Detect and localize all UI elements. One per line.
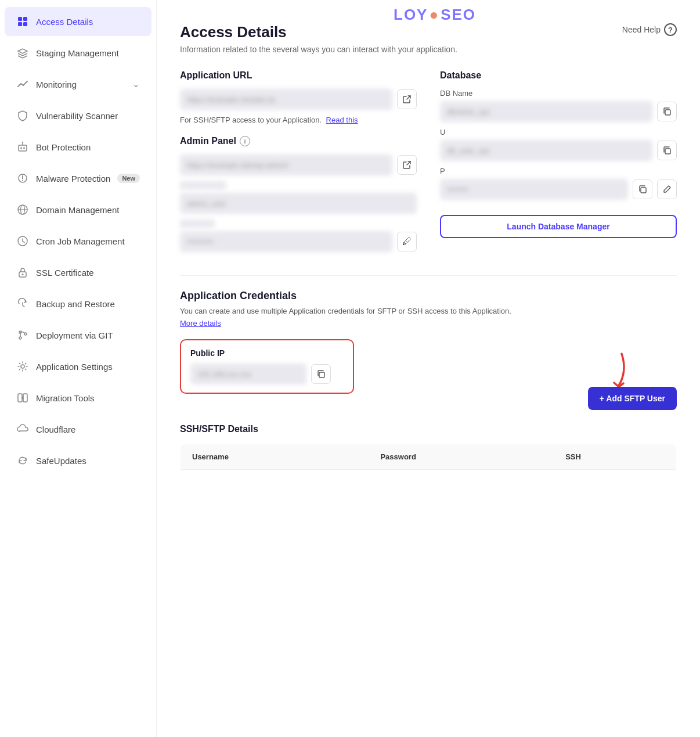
db-name-field-row: dbname_xyz: [440, 101, 677, 122]
db-password-edit-button[interactable]: [657, 179, 677, 199]
db-name-copy-button[interactable]: [657, 102, 677, 121]
svg-rect-22: [23, 394, 27, 402]
page-subtitle: Information related to the several ways …: [180, 45, 457, 54]
sftp-empty-username: [181, 470, 369, 495]
add-sftp-area: + Add SFTP User: [588, 339, 677, 410]
admin-panel-section: Admin Panel i https://example.site/wp-ad…: [180, 136, 417, 252]
admin-panel-title: Admin Panel i: [180, 136, 417, 146]
admin-url-external-link-button[interactable]: [397, 155, 417, 175]
sidebar-item-domain-management[interactable]: Domain Management: [5, 195, 151, 224]
red-arrow-indicator: [601, 351, 630, 391]
credentials-row: Public IP 192.168.xxx.xxx: [180, 339, 677, 410]
sidebar-item-safeupdates[interactable]: SafeUpdates: [5, 446, 151, 475]
sidebar-item-staging-management[interactable]: Staging Management: [5, 38, 151, 67]
svg-point-7: [22, 142, 23, 143]
sidebar: Access Details Staging Management Monito…: [0, 0, 157, 737]
db-username-copy-button[interactable]: [657, 141, 677, 160]
sftp-empty-password: [369, 470, 554, 495]
settings-icon: [16, 360, 29, 373]
svg-rect-4: [19, 145, 27, 151]
admin-password-field-row: •••••••••• 🖊: [180, 231, 417, 252]
need-help-button[interactable]: Need Help ?: [622, 23, 677, 36]
public-ip-copy-button[interactable]: [311, 364, 331, 384]
sidebar-item-backup-restore[interactable]: Backup and Restore: [5, 289, 151, 318]
svg-rect-25: [641, 188, 646, 193]
sidebar-label-domain: Domain Management: [36, 205, 140, 215]
svg-rect-26: [319, 372, 324, 378]
sidebar-item-cron-job[interactable]: Cron Job Management: [5, 227, 151, 256]
admin-username-label-row: [180, 181, 417, 189]
sidebar-item-vulnerability-scanner[interactable]: Vulnerability Scanner: [5, 101, 151, 130]
sidebar-label-malware: Malware Protection: [36, 174, 110, 184]
public-ip-value: 192.168.xxx.xxx: [190, 364, 306, 384]
sidebar-label-backup: Backup and Restore: [36, 299, 140, 309]
app-creds-desc: You can create and use multiple Applicat…: [180, 307, 677, 315]
sidebar-item-monitoring[interactable]: Monitoring ⌄: [5, 70, 151, 99]
sftp-header-row: SSH/SFTP Details: [180, 424, 677, 434]
sftp-table-empty-row: [181, 470, 677, 495]
db-username-field-row: db_user_xyz: [440, 140, 677, 161]
git-icon: [16, 329, 29, 341]
admin-url-value: https://example.site/wp-admin/: [180, 154, 392, 175]
database-title: Database: [440, 70, 677, 81]
globe-icon: [16, 203, 29, 216]
need-help-label: Need Help: [622, 25, 661, 34]
sidebar-label-ssl: SSL Certificate: [36, 268, 140, 278]
admin-username-value: admin_user: [180, 193, 417, 214]
sftp-table: Username Password SSH: [180, 444, 677, 495]
admin-url-row: https://example.site/wp-admin/: [180, 154, 417, 175]
section-divider: [180, 275, 677, 276]
admin-username-field-row: admin_user: [180, 193, 417, 214]
sidebar-item-bot-protection[interactable]: Bot Protection: [5, 132, 151, 161]
sidebar-item-cloudflare[interactable]: Cloudflare: [5, 415, 151, 444]
add-sftp-user-button[interactable]: + Add SFTP User: [588, 387, 677, 410]
sidebar-item-access-details[interactable]: Access Details: [5, 7, 151, 36]
sidebar-label-cron: Cron Job Management: [36, 236, 140, 246]
sidebar-label-git: Deployment via GIT: [36, 330, 140, 340]
sidebar-item-deployment-git[interactable]: Deployment via GIT: [5, 321, 151, 350]
main-content: LOY●SEO Access Details Information relat…: [157, 0, 700, 737]
chevron-down-icon: ⌄: [132, 79, 140, 89]
app-url-external-link-button[interactable]: [397, 89, 417, 109]
svg-rect-0: [18, 17, 22, 21]
shield-icon: [16, 109, 29, 122]
app-creds-title: Application Credentials: [180, 290, 677, 302]
app-url-section: Application URL https://example.cloudwi.…: [180, 70, 417, 124]
app-url-title: Application URL: [180, 70, 417, 81]
malware-icon: [16, 172, 29, 185]
sidebar-item-application-settings[interactable]: Application Settings: [5, 352, 151, 381]
sidebar-label-cloudflare: Cloudflare: [36, 425, 140, 434]
top-content-grid: Application URL https://example.cloudwi.…: [180, 70, 677, 258]
sidebar-label-safeupdates: SafeUpdates: [36, 456, 140, 466]
svg-rect-2: [18, 22, 22, 26]
db-password-copy-button[interactable]: [633, 179, 652, 199]
bot-icon: [16, 141, 29, 153]
sftp-empty-ssh: [554, 470, 676, 495]
read-this-link[interactable]: Read this: [326, 116, 358, 124]
db-name-label: DB Name: [440, 89, 677, 98]
svg-point-5: [20, 148, 22, 149]
app-url-value: https://example.cloudwi.se: [180, 89, 392, 110]
sftp-table-body: [181, 470, 677, 495]
launch-database-manager-button[interactable]: Launch Database Manager: [440, 215, 677, 238]
new-badge: New: [117, 174, 140, 183]
migration-icon: [16, 391, 29, 404]
top-bar: Access Details Information related to th…: [180, 23, 677, 54]
sidebar-label-vulnerability: Vulnerability Scanner: [36, 111, 140, 121]
layers-icon: [16, 46, 29, 59]
help-circle-icon: ?: [664, 23, 677, 36]
sidebar-item-migration-tools[interactable]: Migration Tools: [5, 383, 151, 412]
admin-pass-copy-button[interactable]: 🖊: [397, 232, 417, 251]
sidebar-label-settings: Application Settings: [36, 362, 140, 372]
more-details-link[interactable]: More details: [180, 319, 221, 328]
sidebar-item-malware-protection[interactable]: Malware Protection New: [5, 164, 151, 193]
admin-pass-label: [180, 220, 215, 228]
cloud-icon: [16, 423, 29, 436]
public-ip-box: Public IP 192.168.xxx.xxx: [180, 339, 354, 394]
sftp-col-ssh: SSH: [554, 444, 676, 470]
lock-icon: [16, 266, 29, 279]
svg-rect-21: [18, 394, 22, 402]
page-title: Access Details: [180, 23, 457, 41]
sidebar-item-ssl-certificate[interactable]: SSL Certificate: [5, 258, 151, 287]
svg-rect-24: [665, 149, 670, 154]
